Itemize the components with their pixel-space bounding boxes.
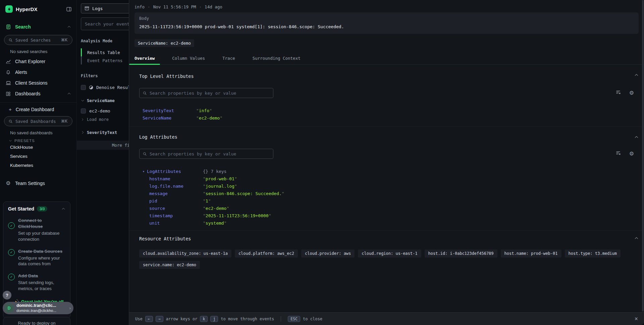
filter-option-label: ec2-demo [89, 108, 110, 113]
properties-search-input[interactable] [150, 151, 270, 156]
attribute-row[interactable]: pid 1 [149, 197, 634, 205]
attribute-row[interactable]: message session-846.scope: Succeeded. [149, 190, 634, 197]
preset-services[interactable]: Services [0, 152, 76, 161]
log-attributes-section: Log Attributes ⚙ [129, 127, 644, 230]
preset-kubernetes[interactable]: Kubernetes [0, 161, 76, 170]
arrow-right-key: → [156, 316, 163, 322]
filter-group-label: ServiceName [87, 98, 115, 103]
resource-chip[interactable]: host.id: i-0abc123def456789 [425, 249, 497, 258]
attribute-key: pid [149, 197, 203, 205]
section-title: Top Level Attributes [139, 74, 634, 79]
sidebar-item-search[interactable]: Search [0, 21, 76, 32]
tab-trace[interactable]: Trace [217, 53, 240, 64]
get-started-item-add-data[interactable]: ✓ Add Data Start sending logs, metrics, … [8, 273, 65, 291]
gear-icon: ⚙ [5, 181, 11, 186]
get-started-header[interactable]: Get Started 3/3 [8, 206, 65, 212]
severity-text: info [135, 4, 145, 9]
properties-search-input[interactable] [150, 91, 270, 96]
search-icon [143, 152, 147, 156]
resource-chip[interactable]: service.name: ec2-demo [139, 261, 200, 269]
deploy-teaser-text: Ready to deploy on [18, 321, 55, 325]
section-title: Resource Attributes [139, 236, 634, 241]
sidebar: HyperDX Search ⌘K No saved searches [0, 0, 77, 325]
resource-chip[interactable]: cloud.region: us-east-1 [358, 249, 421, 258]
footer-divider [281, 316, 281, 322]
sidebar-item-chart-explorer[interactable]: Chart Explorer [0, 56, 76, 67]
resource-chip[interactable]: host.type: t3.medium [565, 249, 621, 258]
resource-chip[interactable]: host.name: prod-web-01 [501, 249, 561, 258]
attribute-row[interactable]: ServiceName ec2-demo [143, 114, 634, 122]
log-attributes-tree: ▾ LogAttributes {} 7 keys hostname prod-… [139, 168, 634, 227]
sidebar-collapse-icon[interactable] [66, 6, 72, 12]
presets-toggle[interactable]: PRESETS [9, 139, 71, 143]
saved-dashboards-search[interactable]: ⌘K [4, 116, 72, 126]
user-account-button[interactable]: D dominic.tran@clic... dominic.tran@clic… [3, 302, 73, 314]
chevron-up-icon[interactable] [67, 92, 71, 96]
service-name-chip[interactable]: ServiceName: ec2-demo [135, 39, 194, 47]
create-dashboard-button[interactable]: + Create Dashboard [0, 103, 76, 113]
dot-separator: · [199, 4, 202, 9]
get-started-title: Get Started [8, 206, 34, 212]
denoise-checkbox[interactable] [81, 85, 86, 90]
attribute-row[interactable]: hostname prod-web-01 [149, 175, 634, 183]
close-icon[interactable]: × [635, 316, 638, 322]
saved-dashboards-input[interactable] [15, 119, 57, 124]
resource-chip[interactable]: cloud.availability_zone: us-east-1a [139, 249, 231, 258]
detail-footer: Use ← → arrow keys or k j to move throug… [129, 312, 644, 325]
collapse-section-icon[interactable] [634, 73, 639, 77]
properties-search-box[interactable] [139, 149, 273, 159]
plus-icon: + [9, 106, 12, 112]
get-started-item-connect[interactable]: ✓ Connect to ClickHouse Set up your data… [8, 218, 65, 242]
get-started-item-sources[interactable]: ✓ Create Data Sources Configure where yo… [8, 248, 65, 267]
get-started-item-desc: Configure where your data comes from [18, 255, 65, 267]
sidebar-item-client-sessions[interactable]: Client Sessions [0, 78, 76, 88]
deploy-teaser-card[interactable]: Ready to deploy on [3, 317, 70, 325]
saved-searches-input[interactable] [15, 38, 57, 43]
source-selector-label: Logs [92, 6, 103, 11]
attribute-row[interactable]: log.file.name journal.log [149, 183, 634, 190]
k-key: k [200, 316, 208, 322]
ec2-demo-checkbox[interactable] [81, 108, 86, 113]
attribute-row[interactable]: unit systemd [149, 220, 634, 227]
attribute-row[interactable]: timestamp 2025-11-11T23:56:19+0000 [149, 212, 634, 220]
sidebar-item-team-settings[interactable]: ⚙ Team Settings [0, 178, 76, 189]
scrollbar[interactable] [642, 0, 644, 312]
event-relative-time: 14d ago [205, 4, 222, 9]
gear-icon[interactable]: ⚙ [629, 151, 634, 156]
resource-chip[interactable]: cloud.provider: aws [301, 249, 355, 258]
attribute-value: 1 [203, 197, 211, 205]
filter-lines-icon[interactable] [616, 90, 621, 96]
sidebar-item-alerts[interactable]: Alerts [0, 67, 76, 78]
gear-icon[interactable]: ⚙ [629, 90, 634, 96]
preset-clickhouse[interactable]: ClickHouse [0, 143, 76, 152]
collapse-section-icon[interactable] [634, 236, 639, 240]
resource-chip[interactable]: cloud.platform: aws_ec2 [235, 249, 298, 258]
saved-searches-search[interactable]: ⌘K [4, 35, 72, 45]
get-started-item-title: Create Data Sources [18, 248, 65, 254]
laptop-icon [5, 80, 11, 86]
attribute-key: unit [149, 220, 203, 227]
filter-lines-icon[interactable] [616, 150, 621, 157]
tab-surrounding-context[interactable]: Surrounding Context [247, 53, 306, 64]
footer-hint-tail: to move through events [221, 317, 274, 321]
chevron-up-icon[interactable] [67, 25, 71, 29]
attribute-row[interactable]: SeverityText info [143, 107, 634, 114]
search-icon [8, 119, 13, 124]
filter-group-label: SeverityText [87, 130, 117, 135]
cmd-k-shortcut: ⌘K [60, 119, 69, 124]
chevron-up-icon[interactable] [61, 207, 65, 211]
attribute-row[interactable]: source ec2-demo [149, 205, 634, 212]
tab-overview[interactable]: Overview [129, 53, 160, 64]
collapse-section-icon[interactable] [634, 135, 639, 139]
help-button[interactable]: ? [3, 291, 11, 299]
brand-row: HyperDX [0, 0, 76, 13]
caret-down-icon[interactable]: ▾ [143, 168, 147, 175]
sidebar-item-dashboards[interactable]: Dashboards [0, 88, 76, 99]
attribute-meta: {} 7 keys [203, 168, 226, 175]
logs-source-icon [85, 6, 89, 11]
properties-search-box[interactable] [139, 88, 273, 98]
presets-label: PRESETS [14, 139, 35, 143]
tree-root-row[interactable]: ▾ LogAttributes {} 7 keys [143, 168, 634, 175]
tab-column-values[interactable]: Column Values [167, 53, 210, 64]
user-email: dominic.tran@clickho... [16, 308, 56, 313]
